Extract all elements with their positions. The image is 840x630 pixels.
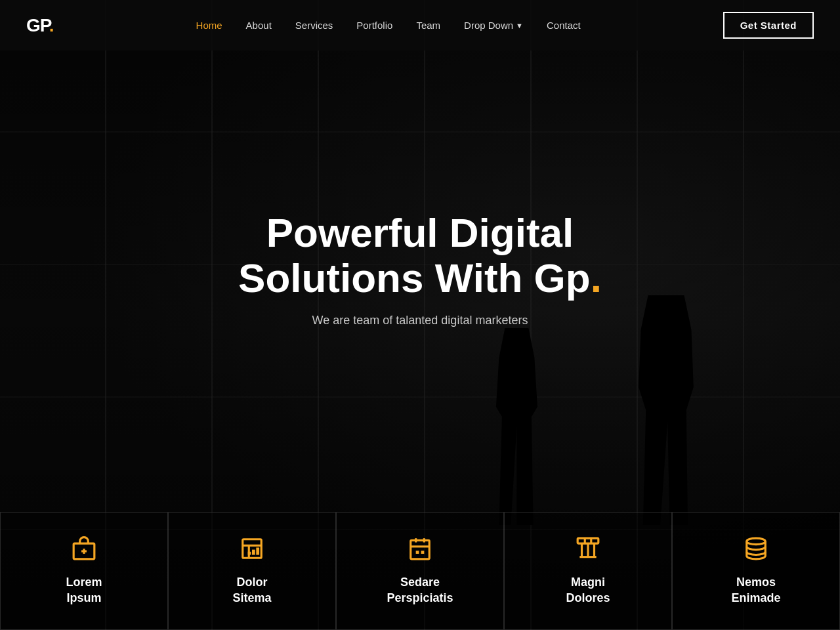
nav-item-portfolio[interactable]: Portfolio: [356, 20, 392, 32]
hero-section: Powerful Digital Solutions With Gp. We a…: [0, 0, 840, 630]
nav-item-services[interactable]: Services: [295, 20, 333, 32]
nav-item-contact[interactable]: Contact: [547, 20, 581, 32]
svg-rect-7: [256, 548, 259, 555]
navbar: GP. Home About Services Portfolio Team D…: [0, 0, 840, 51]
nav-link-portfolio[interactable]: Portfolio: [356, 20, 392, 31]
card-lorem-ipsum-label: LoremIpsum: [66, 575, 102, 606]
hero-subtitle: We are team of talanted digital marketer…: [238, 314, 602, 327]
chevron-down-icon: ▼: [516, 22, 523, 30]
nav-link-about[interactable]: About: [246, 20, 272, 31]
nav-item-about[interactable]: About: [246, 20, 272, 32]
hero-title-dot: .: [591, 255, 602, 301]
svg-point-20: [747, 538, 766, 545]
calendar-icon: [408, 536, 432, 564]
nav-link-services[interactable]: Services: [295, 20, 333, 31]
svg-rect-6: [252, 550, 255, 555]
nav-link-contact[interactable]: Contact: [547, 20, 581, 31]
store-icon: [72, 536, 96, 564]
nav-link-dropdown[interactable]: Drop Down ▼: [464, 20, 523, 31]
logo[interactable]: GP.: [26, 15, 54, 36]
card-magni-dolores-label: MagniDolores: [566, 575, 610, 606]
card-sedare-perspiciatis[interactable]: SedarePerspiciatis: [336, 512, 504, 630]
database-icon: [744, 536, 768, 564]
hero-title-line2: Solutions With Gp: [238, 255, 591, 301]
cards-row: LoremIpsum DolorSitema: [0, 512, 840, 630]
logo-dot: .: [49, 15, 54, 35]
nav-item-dropdown[interactable]: Drop Down ▼: [464, 20, 523, 31]
chart-icon: [240, 536, 264, 564]
card-lorem-ipsum[interactable]: LoremIpsum: [0, 512, 168, 630]
card-nemos-enimade[interactable]: NemosEnimade: [672, 512, 840, 630]
card-nemos-enimade-label: NemosEnimade: [731, 575, 780, 606]
hero-title: Powerful Digital Solutions With Gp.: [238, 211, 602, 300]
card-sedare-perspiciatis-label: SedarePerspiciatis: [387, 575, 453, 606]
get-started-button[interactable]: Get Started: [723, 12, 814, 39]
nav-item-home[interactable]: Home: [196, 20, 222, 32]
svg-rect-15: [578, 538, 598, 543]
hero-title-line1: Powerful Digital: [266, 210, 574, 255]
nav-link-team[interactable]: Team: [416, 20, 440, 31]
nav-item-team[interactable]: Team: [416, 20, 440, 32]
svg-rect-8: [248, 552, 251, 555]
nav-links: Home About Services Portfolio Team Drop …: [196, 20, 581, 32]
card-dolor-sitema-label: DolorSitema: [232, 575, 271, 606]
card-dolor-sitema[interactable]: DolorSitema: [168, 512, 336, 630]
nav-link-home[interactable]: Home: [196, 20, 222, 31]
svg-rect-13: [416, 551, 419, 554]
card-magni-dolores[interactable]: MagniDolores: [504, 512, 672, 630]
hero-content: Powerful Digital Solutions With Gp. We a…: [238, 211, 602, 366]
svg-rect-9: [411, 541, 430, 560]
svg-rect-14: [421, 551, 425, 554]
paint-icon: [576, 536, 600, 564]
